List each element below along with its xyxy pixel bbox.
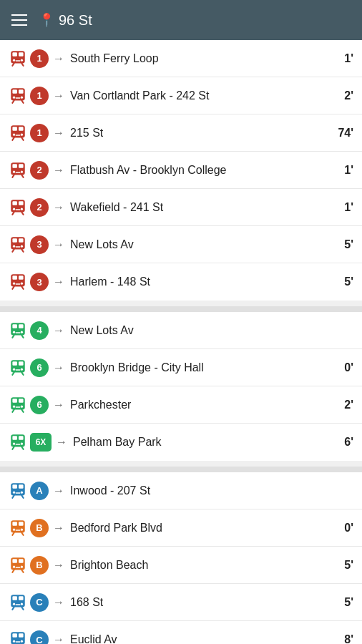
svg-line-110: [12, 570, 14, 572]
svg-point-60: [21, 331, 23, 333]
svg-point-44: [21, 245, 23, 247]
direction-arrow-icon: →: [53, 201, 64, 214]
svg-rect-125: [16, 641, 21, 643]
route-row[interactable]: 1→215 St74': [0, 114, 362, 152]
direction-arrow-icon: →: [53, 559, 64, 572]
svg-point-51: [13, 283, 15, 285]
route-row[interactable]: 1→Van Cortlandt Park - 242 St2': [0, 77, 362, 114]
svg-line-7: [21, 63, 23, 65]
svg-rect-105: [12, 559, 17, 562]
svg-rect-25: [12, 164, 17, 167]
svg-point-68: [21, 368, 23, 370]
train-icon: [9, 321, 27, 340]
svg-rect-5: [16, 60, 21, 62]
svg-line-70: [12, 372, 14, 374]
route-row[interactable]: 3→New Lots Av5': [0, 226, 362, 263]
svg-rect-93: [16, 492, 21, 494]
svg-rect-49: [12, 275, 17, 279]
line-badge: C: [30, 593, 49, 612]
train-icon: [9, 519, 27, 537]
section-blue-section: A→Inwood - 207 St B→Bedford Park Blvd0' …: [0, 472, 362, 644]
svg-line-86: [12, 447, 14, 449]
route-row[interactable]: 3→Harlem - 148 St5': [0, 263, 362, 301]
svg-line-55: [21, 287, 23, 289]
svg-point-4: [21, 59, 23, 61]
train-icon: [9, 124, 27, 142]
line-badge: 4: [30, 321, 49, 340]
svg-rect-106: [19, 559, 24, 562]
route-row[interactable]: C→Euclid Av8': [0, 621, 362, 644]
svg-line-47: [21, 249, 23, 251]
route-row[interactable]: 6→Brooklyn Bridge - City Hall0': [0, 349, 362, 386]
svg-point-52: [21, 283, 23, 285]
route-row[interactable]: 1→South Ferry Loop1': [0, 40, 362, 77]
route-row[interactable]: 2→Wakefield - 241 St1': [0, 189, 362, 226]
svg-rect-41: [12, 238, 17, 242]
direction-arrow-icon: →: [53, 522, 64, 535]
svg-line-38: [12, 212, 14, 214]
line-badge: B: [30, 556, 49, 575]
svg-line-39: [21, 212, 23, 214]
route-row[interactable]: 6→Parkchester2': [0, 386, 362, 424]
destination-label: Brighton Beach: [70, 559, 331, 572]
route-row[interactable]: 6X→Pelham Bay Park6': [0, 424, 362, 461]
svg-line-87: [21, 447, 23, 449]
destination-label: Inwood - 207 St: [70, 484, 331, 497]
svg-point-59: [13, 331, 15, 333]
route-row[interactable]: 2→Flatbush Av - Brooklyn College1': [0, 152, 362, 189]
svg-line-94: [12, 495, 14, 497]
svg-line-54: [12, 287, 14, 289]
route-row[interactable]: A→Inwood - 207 St: [0, 472, 362, 509]
menu-button[interactable]: [11, 14, 27, 26]
svg-rect-89: [12, 484, 17, 488]
line-badge: B: [30, 519, 49, 537]
svg-rect-18: [19, 127, 24, 130]
line-badge: 1: [30, 49, 49, 68]
svg-rect-37: [16, 209, 21, 210]
destination-label: 215 St: [70, 127, 331, 140]
route-row[interactable]: B→Brighton Beach5': [0, 547, 362, 584]
svg-rect-34: [19, 201, 24, 205]
svg-rect-13: [16, 97, 21, 99]
train-icon: [9, 593, 27, 612]
svg-line-103: [21, 532, 23, 535]
line-badge: 3: [30, 273, 49, 291]
arrival-time: 2': [331, 89, 353, 102]
train-icon: [9, 235, 27, 254]
destination-label: Flatbush Av - Brooklyn College: [70, 164, 331, 177]
line-badge: 6: [30, 358, 49, 377]
svg-line-78: [12, 409, 14, 411]
arrival-time: 1': [331, 52, 353, 65]
svg-rect-97: [12, 522, 17, 525]
main-content: 1→South Ferry Loop1' 1→Van Cortlandt Par…: [0, 40, 362, 644]
arrival-time: 1': [331, 164, 353, 177]
svg-rect-29: [16, 172, 21, 173]
svg-rect-9: [12, 89, 17, 93]
svg-rect-21: [16, 135, 21, 136]
route-row[interactable]: B→Bedford Park Blvd0': [0, 509, 362, 547]
arrival-time: 0': [331, 361, 353, 374]
arrival-time: 0': [331, 522, 353, 535]
svg-point-92: [21, 491, 23, 493]
svg-rect-82: [19, 436, 24, 439]
svg-line-95: [21, 495, 23, 497]
svg-rect-42: [19, 238, 24, 242]
destination-label: Wakefield - 241 St: [70, 201, 331, 214]
svg-line-30: [12, 175, 14, 177]
destination-label: Pelham Bay Park: [73, 436, 331, 449]
svg-line-46: [12, 249, 14, 251]
svg-rect-53: [16, 283, 21, 285]
direction-arrow-icon: →: [53, 399, 64, 411]
svg-rect-45: [16, 246, 21, 248]
direction-arrow-icon: →: [53, 52, 64, 65]
direction-arrow-icon: →: [56, 436, 67, 449]
svg-rect-1: [12, 52, 17, 56]
route-row[interactable]: C→168 St5': [0, 584, 362, 621]
svg-line-79: [21, 409, 23, 411]
svg-point-67: [13, 368, 15, 370]
svg-point-123: [13, 640, 15, 643]
route-row[interactable]: 4→New Lots Av: [0, 312, 362, 349]
svg-rect-2: [19, 52, 24, 56]
arrival-time: 2': [331, 399, 353, 411]
svg-point-91: [13, 491, 15, 493]
